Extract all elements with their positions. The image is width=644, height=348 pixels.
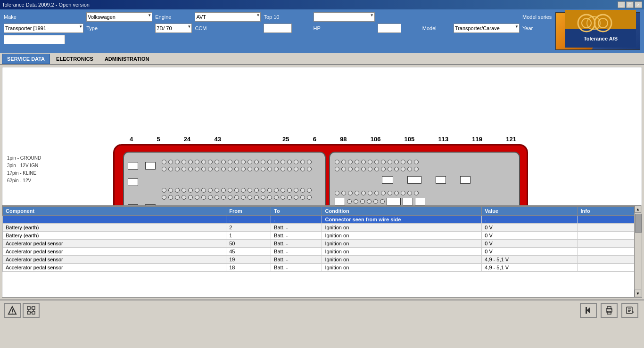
cell-component (3, 216, 226, 224)
top-pin-24: 24 (184, 136, 190, 143)
titlebar: Tolerance Data 2009.2 - Open version _ □… (0, 0, 644, 9)
cell-from: 19 (226, 256, 271, 264)
cell-component: Accelerator pedal sensor (3, 264, 226, 272)
titlebar-controls: _ □ × (618, 1, 642, 8)
data-table-container[interactable]: Component From To Condition Value Info .… (2, 205, 642, 297)
toolbar-right (580, 303, 640, 318)
hp-input[interactable]: 116 (378, 24, 401, 33)
table-row[interactable]: Battery (earth)2Batt. -Ignition on0 V (3, 224, 642, 232)
svg-rect-23 (607, 311, 611, 314)
make-label: Make (4, 14, 83, 20)
cell-condition: Ignition on (322, 232, 482, 240)
cell-value: 0 V (482, 248, 578, 256)
close-button[interactable]: × (635, 1, 642, 8)
model-series-select-wrapper: Transporter [1991 - (4, 24, 83, 33)
top10-label: Top 10 (264, 14, 310, 20)
cell-value: 0 V (482, 232, 578, 240)
type-select[interactable]: 7D/ 70 (155, 24, 192, 33)
top-pin-25: 25 (282, 136, 289, 143)
cell-to: Batt. - (271, 264, 322, 272)
pin-rect-2 (145, 162, 156, 170)
top10-select-wrapper (314, 12, 375, 22)
top10-area (314, 12, 520, 22)
cell-component: Battery (earth) (3, 224, 226, 232)
toolbar-left (4, 303, 41, 318)
cell-from: 50 (226, 240, 271, 248)
model-select-wrapper: Transporter/Carave (454, 24, 520, 33)
hp-label: HP (314, 25, 375, 31)
svg-rect-13 (27, 311, 30, 314)
make-select[interactable]: Volkswagen (86, 12, 152, 22)
cell-from: . (226, 216, 271, 224)
main-content: 1pin - GROUND 3pin - 12V IGN 17pin - KLI… (2, 67, 642, 298)
scrollbar[interactable]: ▲ ▼ (634, 205, 642, 297)
model-label: Model (422, 25, 451, 31)
cell-condition: Ignition on (322, 256, 482, 264)
toolbar-edit-button[interactable] (621, 303, 638, 318)
menubar: SERVICE DATA ELECTRONICS ADMINISTRATION (0, 53, 644, 65)
top-pin-5: 5 (157, 136, 160, 143)
titlebar-title: Tolerance Data 2009.2 - Open version (2, 2, 90, 8)
scroll-up-btn[interactable]: ▲ (635, 205, 641, 213)
cell-to: Batt. - (271, 248, 322, 256)
menu-administration[interactable]: ADMINISTRATION (99, 54, 155, 64)
edit-icon (625, 306, 635, 315)
table-row[interactable]: Accelerator pedal sensor18Batt. -Ignitio… (3, 264, 642, 272)
svg-rect-11 (27, 307, 30, 309)
scroll-thumb[interactable] (635, 214, 642, 233)
connector-diagram: 1pin - GROUND 3pin - 12V IGN 17pin - KLI… (2, 67, 642, 213)
ccm-label: CCM (195, 25, 261, 31)
svg-text:Tolerance A/S: Tolerance A/S (584, 36, 618, 41)
table-row[interactable]: Accelerator pedal sensor50Batt. -Ignitio… (3, 240, 642, 248)
pin-label-3: 3pin - 12V IGN (7, 162, 41, 170)
engine-select[interactable]: AVT (195, 12, 261, 22)
cell-component: Battery (earth) (3, 232, 226, 240)
engine-label: Engine (155, 14, 192, 20)
cell-info (578, 240, 642, 248)
maximize-button[interactable]: □ (626, 1, 634, 8)
table-row[interactable]: ..Connector seen from wire side. (3, 216, 642, 224)
cell-condition: Ignition on (322, 248, 482, 256)
back-icon (584, 306, 593, 315)
svg-point-10 (12, 313, 13, 314)
toolbar-back-button[interactable] (580, 303, 597, 318)
table-row[interactable]: Battery (earth)1Batt. -Ignition on0 V (3, 232, 642, 240)
model-select[interactable]: Transporter/Carave (454, 24, 520, 33)
header: Make Volkswagen Engine AVT Top 10 Model … (0, 9, 644, 53)
svg-rect-22 (607, 307, 611, 309)
table-body: ..Connector seen from wire side.Battery … (3, 216, 642, 272)
engine-select-wrapper: AVT (195, 12, 261, 22)
ccm-input[interactable]: 2461 (264, 24, 292, 33)
model-series-select[interactable]: Transporter [1991 - (4, 24, 83, 33)
cell-to: . (271, 216, 322, 224)
year-input[interactable]: 1999 - 2003 (4, 35, 65, 44)
top-pin-43: 43 (214, 136, 221, 143)
menu-electronics[interactable]: ELECTRONICS (51, 54, 99, 64)
table-row[interactable]: Accelerator pedal sensor19Batt. -Ignitio… (3, 256, 642, 264)
pin-rect-3 (128, 178, 138, 186)
scroll-down-btn[interactable]: ▼ (635, 290, 641, 297)
toolbar-grid-button[interactable] (23, 303, 40, 318)
col-header-from: From (226, 207, 271, 216)
top10-select[interactable] (314, 12, 375, 22)
type-select-wrapper: 7D/ 70 (155, 24, 192, 33)
menu-service-data[interactable]: SERVICE DATA (2, 54, 50, 64)
logo-svg: Tolerance A/S (565, 10, 636, 48)
cell-to: Batt. - (271, 232, 322, 240)
toolbar-print-button[interactable] (601, 303, 618, 318)
cell-component: Accelerator pedal sensor (3, 248, 226, 256)
circle-grid-left (162, 160, 312, 200)
col-header-condition: Condition (322, 207, 482, 216)
cell-component: Accelerator pedal sensor (3, 256, 226, 264)
minimize-button[interactable]: _ (618, 1, 625, 8)
cell-info (578, 248, 642, 256)
print-icon (604, 306, 614, 315)
cell-value: 4,9 - 5,1 V (482, 264, 578, 272)
toolbar-alert-button[interactable] (4, 303, 21, 318)
top-pin-4: 4 (130, 136, 133, 143)
alert-icon (8, 306, 17, 315)
table-row[interactable]: Accelerator pedal sensor45Batt. -Ignitio… (3, 248, 642, 256)
cell-info (578, 264, 642, 272)
col-header-info: Info (578, 207, 642, 216)
pin-labels-left: 1pin - GROUND 3pin - 12V IGN 17pin - KLI… (7, 154, 41, 185)
